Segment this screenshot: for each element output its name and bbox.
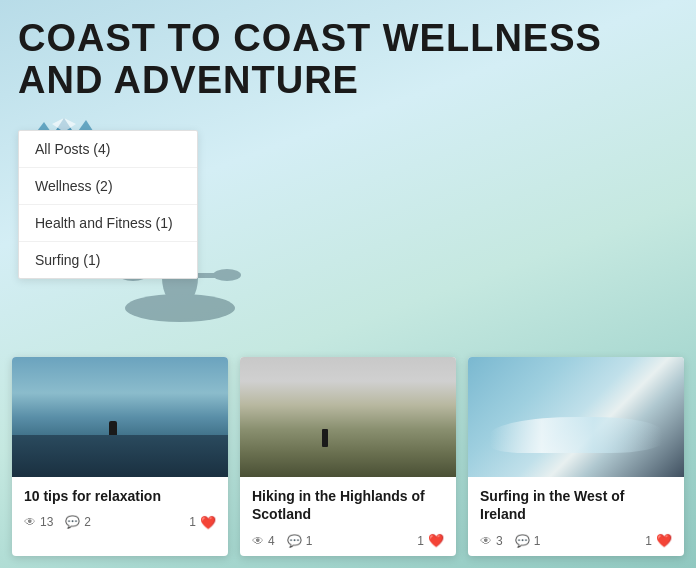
comments-surfing: 💬 1 xyxy=(515,534,541,548)
views-surfing: 👁 3 xyxy=(480,534,503,548)
like-count-relaxation: 1 xyxy=(189,515,196,529)
comment-icon: 💬 xyxy=(515,534,530,548)
card-stats-relaxation: 👁 13 💬 2 xyxy=(24,515,91,529)
card-title-surfing: Surfing in the West of Ireland xyxy=(480,487,672,523)
eye-icon: 👁 xyxy=(24,515,36,529)
views-highlands: 👁 4 xyxy=(252,534,275,548)
like-count-surfing: 1 xyxy=(645,534,652,548)
views-count-relaxation: 13 xyxy=(40,515,53,529)
comments-count-highlands: 1 xyxy=(306,534,313,548)
card-meta-surfing: 👁 3 💬 1 1 ❤️ xyxy=(480,533,672,548)
card-body-relaxation: 10 tips for relaxation 👁 13 💬 2 1 ❤️ xyxy=(12,477,228,538)
nav-item-wellness[interactable]: Wellness (2) xyxy=(19,168,197,205)
card-image-highlands xyxy=(240,357,456,477)
comment-icon: 💬 xyxy=(65,515,80,529)
svg-point-4 xyxy=(213,269,241,281)
card-body-surfing: Surfing in the West of Ireland 👁 3 💬 1 1… xyxy=(468,477,684,556)
comment-icon: 💬 xyxy=(287,534,302,548)
comments-relaxation: 💬 2 xyxy=(65,515,91,529)
nav-item-all-posts[interactable]: All Posts (4) xyxy=(19,131,197,168)
eye-icon: 👁 xyxy=(252,534,264,548)
comments-count-surfing: 1 xyxy=(534,534,541,548)
card-meta-relaxation: 👁 13 💬 2 1 ❤️ xyxy=(24,515,216,530)
views-count-surfing: 3 xyxy=(496,534,503,548)
card-relaxation[interactable]: 10 tips for relaxation 👁 13 💬 2 1 ❤️ xyxy=(12,357,228,556)
card-stats-highlands: 👁 4 💬 1 xyxy=(252,534,312,548)
comments-count-relaxation: 2 xyxy=(84,515,91,529)
category-nav: All Posts (4) Wellness (2) Health and Fi… xyxy=(18,130,198,279)
like-count-highlands: 1 xyxy=(417,534,424,548)
card-image-surfing xyxy=(468,357,684,477)
header: COAST TO COAST WELLNESS AND ADVENTURE xyxy=(0,0,696,150)
cards-container: 10 tips for relaxation 👁 13 💬 2 1 ❤️ xyxy=(0,357,696,568)
svg-point-5 xyxy=(125,294,235,322)
views-relaxation: 👁 13 xyxy=(24,515,53,529)
heart-icon-relaxation: ❤️ xyxy=(200,515,216,530)
heart-icon-highlands: ❤️ xyxy=(428,533,444,548)
heart-icon-surfing: ❤️ xyxy=(656,533,672,548)
like-button-highlands[interactable]: 1 ❤️ xyxy=(417,533,444,548)
nav-item-surfing[interactable]: Surfing (1) xyxy=(19,242,197,278)
card-highlands[interactable]: Hiking in the Highlands of Scotland 👁 4 … xyxy=(240,357,456,556)
card-body-highlands: Hiking in the Highlands of Scotland 👁 4 … xyxy=(240,477,456,556)
card-image-relaxation xyxy=(12,357,228,477)
eye-icon: 👁 xyxy=(480,534,492,548)
card-meta-highlands: 👁 4 💬 1 1 ❤️ xyxy=(252,533,444,548)
card-title-highlands: Hiking in the Highlands of Scotland xyxy=(252,487,444,523)
nav-item-health-fitness[interactable]: Health and Fitness (1) xyxy=(19,205,197,242)
card-title-relaxation: 10 tips for relaxation xyxy=(24,487,216,505)
site-title-text: COAST TO COAST WELLNESS AND ADVENTURE xyxy=(18,18,678,102)
card-stats-surfing: 👁 3 💬 1 xyxy=(480,534,540,548)
like-button-relaxation[interactable]: 1 ❤️ xyxy=(189,515,216,530)
card-surfing[interactable]: Surfing in the West of Ireland 👁 3 💬 1 1… xyxy=(468,357,684,556)
views-count-highlands: 4 xyxy=(268,534,275,548)
comments-highlands: 💬 1 xyxy=(287,534,313,548)
like-button-surfing[interactable]: 1 ❤️ xyxy=(645,533,672,548)
